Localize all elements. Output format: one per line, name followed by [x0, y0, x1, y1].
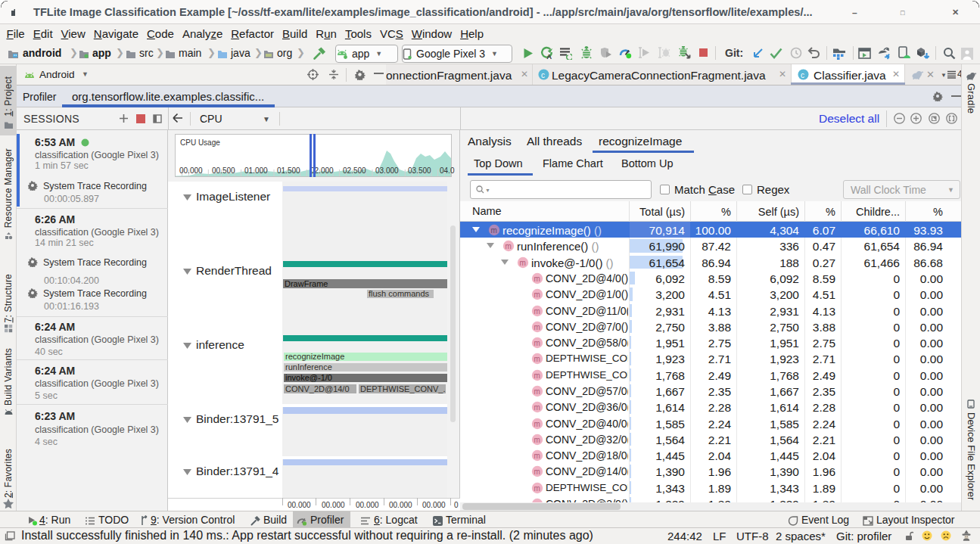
svg-text:A: A	[546, 52, 552, 61]
svg-text:m: m	[534, 355, 540, 363]
svg-text:c: c	[541, 71, 545, 79]
svg-text:m: m	[534, 468, 540, 476]
svg-text:m: m	[534, 420, 540, 428]
svg-text:m: m	[534, 275, 540, 283]
svg-text:m: m	[534, 452, 540, 460]
svg-text:m: m	[534, 291, 540, 299]
svg-text:m: m	[534, 323, 540, 331]
svg-text:m: m	[534, 339, 540, 347]
svg-text:m: m	[534, 307, 540, 316]
svg-text:c: c	[801, 71, 804, 79]
svg-text:m: m	[534, 484, 540, 493]
svg-text:m: m	[520, 259, 526, 267]
svg-text:m: m	[534, 436, 540, 444]
svg-text:m: m	[491, 226, 497, 235]
svg-text:m: m	[506, 242, 512, 250]
svg-text:m: m	[534, 403, 540, 412]
svg-text:m: m	[534, 371, 540, 380]
svg-text:m: m	[534, 387, 540, 396]
